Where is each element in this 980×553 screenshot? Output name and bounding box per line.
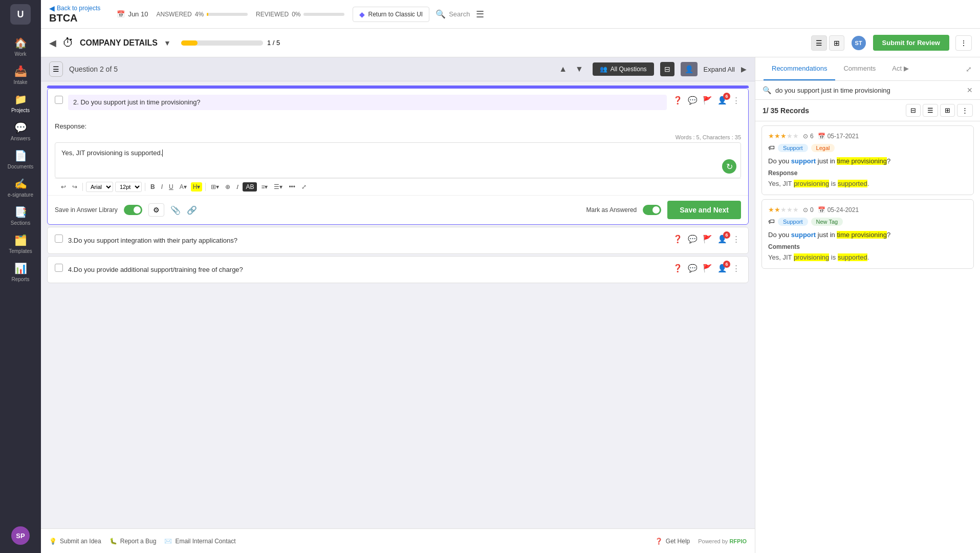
sidebar-item-esignature[interactable]: ✍️ e-signature (0, 174, 41, 202)
menu-icon[interactable]: ☰ (476, 9, 484, 20)
submit-idea-button[interactable]: 💡 Submit an Idea (49, 538, 101, 545)
result1-tag-support[interactable]: Support (778, 144, 808, 152)
list-button[interactable]: ☰▾ (272, 182, 285, 192)
bold-button[interactable]: B (148, 182, 157, 192)
email-contact-button[interactable]: ✉️ Email Internal Contact (164, 538, 235, 545)
table-button[interactable]: ⊞▾ (209, 182, 221, 192)
question-up-button[interactable]: ▲ (556, 62, 570, 76)
sidebar-label-esignature: e-signature (8, 192, 33, 198)
library-settings-button[interactable]: ⚙ (148, 203, 164, 217)
hamburger-button[interactable]: ☰ (49, 61, 63, 77)
tab-act[interactable]: Act ▶ (884, 57, 917, 80)
clear-search-button[interactable]: ✕ (967, 86, 973, 94)
r2-provisioning-highlight: provisioning (794, 253, 829, 261)
q3-comment-button[interactable]: 💬 (687, 233, 699, 245)
redo-button[interactable]: ↪ (70, 182, 79, 192)
result-card-2[interactable]: ★★★★★ ⊙ 0 📅 05-24-2021 🏷 Support (761, 199, 974, 269)
get-help-button[interactable]: ❓ Get Help (655, 538, 690, 545)
right-search-input[interactable] (775, 87, 963, 94)
q3-flag-button[interactable]: 🚩 (702, 233, 713, 245)
result-card-1[interactable]: ★★★★★ ⊙ 6 📅 05-17-2021 🏷 Support (761, 125, 974, 195)
search-button[interactable]: 🔍 Search (435, 9, 470, 19)
person-filter-button[interactable]: 👤 (681, 62, 698, 76)
submit-review-button[interactable]: Submit for Review (873, 35, 949, 51)
italic-button[interactable]: I (159, 182, 165, 192)
save-next-button[interactable]: Save and Next (667, 201, 741, 219)
undo-button[interactable]: ↩ (59, 182, 68, 192)
card-records-button[interactable]: ⊞ (940, 104, 955, 117)
question-down-button[interactable]: ▼ (572, 62, 586, 76)
back-to-projects-link[interactable]: ◀ Back to projects (49, 4, 100, 12)
sidebar-item-projects[interactable]: 📁 Projects (0, 89, 41, 117)
font-color-button[interactable]: A▾ (178, 182, 189, 192)
question3-checkbox[interactable] (55, 235, 63, 243)
grid-view-button[interactable]: ⊞ (829, 35, 844, 51)
q2-more-button[interactable]: ⋮ (731, 95, 741, 106)
diamond-icon: ◆ (359, 10, 365, 18)
sidebar-item-reports[interactable]: 📊 Reports (0, 258, 41, 286)
collapse-panel-button[interactable]: ▶ (741, 65, 747, 73)
font-family-select[interactable]: Arial (86, 182, 113, 192)
save-library-toggle[interactable] (124, 205, 142, 215)
q4-flag-button[interactable]: 🚩 (702, 263, 713, 274)
align-button[interactable]: ≡▾ (259, 182, 270, 192)
refresh-button[interactable]: ↻ (722, 159, 736, 174)
attach-button[interactable]: 📎 (170, 205, 181, 215)
insert-button[interactable]: ⊕ (223, 182, 232, 192)
italic2-button[interactable]: 𝐼 (234, 182, 241, 192)
documents-icon: 📄 (14, 150, 27, 162)
expand-editor-button[interactable]: ⤢ (299, 182, 309, 192)
link-button[interactable]: 🔗 (187, 205, 197, 215)
question4-text: 4.Do you provide additional support/trai… (68, 263, 667, 276)
question-counter-label: Question 2 of 5 (69, 65, 550, 73)
filter-button[interactable]: ⊟ (660, 62, 674, 76)
tab-comments[interactable]: Comments (835, 57, 884, 80)
result2-tag-support[interactable]: Support (778, 218, 808, 226)
q2-badge-count: 6 (723, 93, 730, 100)
return-classic-button[interactable]: ◆ Return to Classic UI (353, 7, 429, 22)
font-size-select[interactable]: 12pt (115, 182, 142, 192)
list-view-button[interactable]: ☰ (811, 35, 827, 51)
more-options-button[interactable]: ⋮ (955, 35, 972, 51)
expand-all-button[interactable]: Expand All (704, 66, 735, 73)
all-questions-button[interactable]: 👥 All Questions (593, 62, 654, 76)
more-toolbar-button[interactable]: ••• (287, 182, 297, 192)
section-back-button[interactable]: ◀ (49, 37, 56, 49)
section-dropdown-button[interactable]: ▼ (164, 39, 171, 47)
sidebar-item-documents[interactable]: 📄 Documents (0, 145, 41, 174)
user-avatar[interactable]: SP (11, 526, 30, 545)
result1-tag-legal[interactable]: Legal (811, 144, 835, 152)
result1-copies: ⊙ 6 (803, 133, 814, 140)
q4-more-button[interactable]: ⋮ (731, 263, 741, 274)
text-editor[interactable]: Yes, JIT provisioning is supported. ↻ (55, 142, 741, 178)
sidebar-item-answers[interactable]: 💬 Answers (0, 117, 41, 145)
q2-flag-button[interactable]: 🚩 (702, 95, 713, 106)
list-records-button[interactable]: ☰ (923, 104, 938, 117)
more-records-button[interactable]: ⋮ (957, 104, 973, 117)
question4-checkbox[interactable] (55, 264, 63, 272)
report-bug-button[interactable]: 🐛 Report a Bug (110, 538, 157, 545)
mark-answered-toggle[interactable] (643, 205, 661, 215)
ab-button[interactable]: AB (243, 182, 257, 192)
return-classic-label: Return to Classic UI (368, 11, 423, 18)
result2-meta: ★★★★★ ⊙ 0 📅 05-24-2021 (768, 206, 967, 214)
q3-help-button[interactable]: ❓ (672, 233, 684, 245)
q2-help-button[interactable]: ❓ (672, 95, 684, 106)
sidebar-item-sections[interactable]: 📑 Sections (0, 202, 41, 230)
external-link-icon[interactable]: ⤢ (966, 65, 972, 73)
sidebar-item-work[interactable]: 🏠 Work (0, 33, 41, 61)
tab-recommendations[interactable]: Recommendations (764, 57, 835, 80)
q2-comment-button[interactable]: 💬 (687, 95, 699, 106)
q4-comment-button[interactable]: 💬 (687, 263, 699, 274)
right-search-icon: 🔍 (763, 86, 771, 94)
highlight-button[interactable]: H▾ (191, 182, 203, 192)
sidebar-item-intake[interactable]: 📥 Intake (0, 61, 41, 89)
question2-checkbox[interactable] (55, 96, 63, 104)
result2-question: Do you support just in time provisioning… (768, 230, 967, 240)
underline-button[interactable]: U (167, 182, 176, 192)
q4-help-button[interactable]: ❓ (672, 263, 684, 274)
filter-records-button[interactable]: ⊟ (906, 104, 921, 117)
sidebar-item-templates[interactable]: 🗂️ Templates (0, 230, 41, 258)
q3-more-button[interactable]: ⋮ (731, 233, 741, 245)
result2-tag-new[interactable]: New Tag (811, 218, 843, 226)
